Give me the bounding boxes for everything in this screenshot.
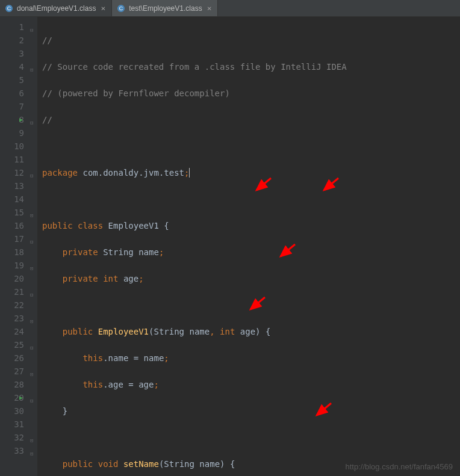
close-icon[interactable]: × xyxy=(99,4,107,13)
class-file-icon: C xyxy=(117,4,125,13)
tab-bar: C donal\EmployeeV1.class × C test\Employ… xyxy=(0,0,460,17)
code-editor[interactable]: 1234567 8▶ 91011121314151617181920212223… xyxy=(0,17,460,476)
svg-text:C: C xyxy=(7,5,11,11)
comment-text: // Source code recreated from a .class f… xyxy=(42,62,347,72)
code-area[interactable]: // // Source code recreated from a .clas… xyxy=(37,17,362,476)
field: age xyxy=(108,380,123,389)
fold-toggle[interactable] xyxy=(29,232,37,246)
var: age xyxy=(138,380,154,389)
tab-label: donal\EmployeeV1.class xyxy=(17,4,96,13)
param: age xyxy=(240,327,255,336)
svg-text:C: C xyxy=(119,5,123,11)
run-gutter-icon[interactable]: ▶ xyxy=(19,391,23,404)
fold-toggle[interactable] xyxy=(29,206,37,219)
keyword: void xyxy=(98,459,119,469)
package-name: com.donaldy.jvm.test xyxy=(82,168,184,178)
keyword: int xyxy=(220,327,235,336)
type: String xyxy=(164,459,194,469)
method: setName xyxy=(123,459,159,469)
tab-test-employeev1[interactable]: C test\EmployeeV1.class × xyxy=(112,0,218,16)
comment-text: // xyxy=(42,115,52,125)
tab-donal-employeev1[interactable]: C donal\EmployeeV1.class × xyxy=(0,0,112,16)
close-icon[interactable]: × xyxy=(206,4,213,13)
fold-toggle[interactable] xyxy=(29,60,37,73)
keyword: public xyxy=(63,459,93,469)
comment-text: // (powered by Fernflower decompiler) xyxy=(42,88,230,98)
fold-toggle[interactable] xyxy=(29,338,37,351)
fold-toggle[interactable] xyxy=(29,312,37,325)
class-name: EmployeeV1 xyxy=(108,221,159,230)
comment-text: // xyxy=(42,36,52,45)
keyword: this xyxy=(82,380,103,389)
fold-gutter xyxy=(29,17,37,476)
field: age xyxy=(123,274,138,283)
field: name xyxy=(138,247,159,257)
fold-toggle[interactable] xyxy=(29,391,37,404)
fold-toggle[interactable] xyxy=(29,285,37,298)
keyword: package xyxy=(42,168,78,178)
param: name xyxy=(189,327,210,336)
watermark-text: http://blog.csdn.net/fanfan4569 xyxy=(345,462,453,471)
fold-toggle[interactable] xyxy=(29,166,37,179)
field: name xyxy=(108,353,129,363)
fold-toggle[interactable] xyxy=(29,444,37,457)
param: name xyxy=(199,459,220,469)
keyword: public xyxy=(42,221,73,230)
fold-toggle[interactable] xyxy=(29,113,37,126)
run-gutter-icon[interactable]: ▶ xyxy=(19,113,23,126)
keyword: private xyxy=(63,247,98,257)
fold-toggle[interactable] xyxy=(29,365,37,378)
keyword: class xyxy=(78,221,103,230)
constructor: EmployeeV1 xyxy=(98,327,149,336)
class-file-icon: C xyxy=(5,4,13,13)
fold-toggle[interactable] xyxy=(29,431,37,444)
tab-label: test\EmployeeV1.class xyxy=(129,4,202,13)
fold-toggle[interactable] xyxy=(29,20,37,34)
keyword: public xyxy=(63,327,93,336)
text-cursor xyxy=(189,168,190,178)
var: name xyxy=(144,353,164,363)
keyword: private xyxy=(63,274,98,283)
line-number-gutter: 1234567 8▶ 91011121314151617181920212223… xyxy=(0,17,29,476)
fold-toggle[interactable] xyxy=(29,259,37,272)
keyword: int xyxy=(103,274,118,283)
type: String xyxy=(154,327,184,336)
keyword: this xyxy=(82,353,103,363)
type: String xyxy=(103,247,134,257)
